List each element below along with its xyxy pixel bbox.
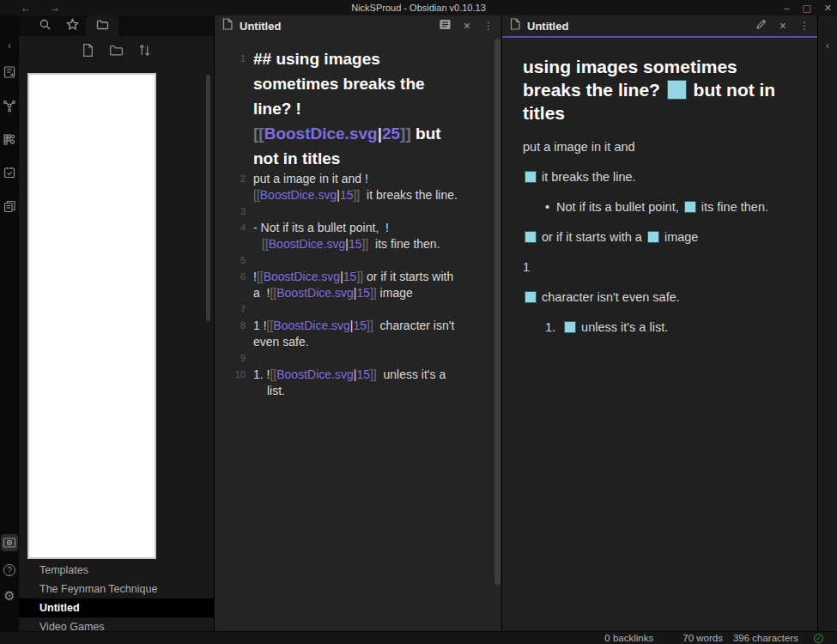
explorer-toolbar <box>19 36 214 67</box>
embedded-image <box>525 171 537 183</box>
preview-blocks[interactable]: using images sometimes breaks the line? … <box>502 38 817 349</box>
preview-block: 1 <box>523 258 800 276</box>
editor-pane: Untitled × ⋮ 1## using imagessometimes b… <box>215 15 502 631</box>
preview-block: character isn't even safe. <box>523 289 800 306</box>
close-button[interactable]: ✕ <box>824 0 832 15</box>
character-count: 396 characters <box>733 633 798 643</box>
editor-pane-title: Untitled <box>240 20 281 33</box>
editor-line[interactable]: even safe. <box>228 334 501 350</box>
right-sidebar-strip: ‹ <box>817 15 837 631</box>
more-options-icon[interactable]: ⋮ <box>799 20 810 32</box>
close-pane-icon[interactable]: × <box>464 19 470 33</box>
folder-icon <box>96 18 109 34</box>
embedded-image <box>564 321 576 333</box>
image-preview-blank <box>27 73 156 559</box>
file-item[interactable]: Video Games <box>19 617 214 631</box>
file-item[interactable]: Untitled <box>19 598 214 617</box>
new-folder-icon[interactable] <box>109 43 124 61</box>
window-titlebar: ← → NickSProud - Obsidian v0.10.13 – ▢ ✕ <box>0 0 837 15</box>
tab-search[interactable] <box>31 15 58 36</box>
preview-toggle-icon[interactable] <box>440 18 451 33</box>
embedded-image <box>525 231 537 243</box>
left-ribbon: ‹ ? ⚙ <box>0 15 19 631</box>
editor-line[interactable]: 9 <box>228 350 501 367</box>
list-marker: • <box>545 200 549 214</box>
preview-block: •Not if its a bullet point, its fine the… <box>545 198 800 216</box>
editor-line[interactable]: 4- Not if its a bullet point, ! <box>228 220 501 236</box>
document-icon <box>510 18 520 33</box>
editor-line[interactable]: a ![[BoostDice.svg|15]] image <box>228 285 501 301</box>
editor-line[interactable]: list. <box>228 383 501 399</box>
star-icon <box>66 18 79 34</box>
daily-note-calendar-icon[interactable] <box>3 166 16 183</box>
editor-line[interactable]: not in titles <box>228 146 501 171</box>
editor-line[interactable]: [[BoostDice.svg|25]] but <box>228 121 501 146</box>
nav-forward-icon[interactable]: → <box>50 0 60 15</box>
graph-view-icon[interactable] <box>3 99 16 116</box>
editor-line[interactable]: 2put a image in it and ! <box>228 171 501 187</box>
editor-line[interactable]: sometimes breaks the <box>228 71 501 96</box>
editor-pane-header: Untitled × ⋮ <box>215 15 501 36</box>
editor-line[interactable]: [[BoostDice.svg|15]] it breaks the line. <box>228 187 501 204</box>
document-icon <box>222 18 233 33</box>
maximize-button[interactable]: ▢ <box>802 0 810 15</box>
editor-line[interactable]: 6![[BoostDice.svg|15]] or if it starts w… <box>228 269 501 285</box>
new-note-icon[interactable] <box>81 43 95 61</box>
nav-back-icon[interactable]: ← <box>21 0 31 15</box>
file-list: TemplatesThe Feynman TechniqueUntitledVi… <box>19 561 214 631</box>
editor-scrollbar[interactable] <box>494 39 500 585</box>
minimize-button[interactable]: – <box>784 0 789 15</box>
explorer-scrollbar[interactable] <box>206 75 210 321</box>
vault-switcher-icon[interactable] <box>1 534 18 551</box>
sort-order-icon[interactable] <box>137 43 152 61</box>
tab-starred[interactable] <box>58 15 86 36</box>
list-marker: 1. <box>545 320 555 334</box>
editor-line[interactable]: [[BoostDice.svg|15]] its fine then. <box>228 236 501 252</box>
editor-lines[interactable]: 1## using imagessometimes breaks theline… <box>215 36 501 399</box>
file-item[interactable]: The Feynman Technique <box>19 580 214 598</box>
sidebar-tabstrip <box>19 15 214 36</box>
editor-line[interactable]: 81 ![[BoostDice.svg|15]] character isn't <box>228 318 501 334</box>
sync-ok-icon[interactable]: ✓ <box>814 634 823 643</box>
left-sidebar-collapse-icon[interactable]: ‹ <box>8 39 11 52</box>
more-options-icon[interactable]: ⋮ <box>483 20 494 32</box>
preview-pane: Untitled × ⋮ using images sometimes brea… <box>502 15 817 631</box>
close-pane-icon[interactable]: × <box>779 19 786 33</box>
help-icon[interactable]: ? <box>3 564 15 576</box>
search-icon <box>39 18 52 34</box>
backlinks-count[interactable]: 0 backlinks <box>604 633 653 643</box>
grid-gear-icon[interactable] <box>3 132 16 149</box>
embedded-image <box>647 231 659 243</box>
editor-line[interactable]: 5 <box>228 252 501 269</box>
editor-line[interactable]: line? ! <box>228 96 501 121</box>
edit-pencil-icon[interactable] <box>755 18 767 33</box>
left-sidebar: TemplatesThe Feynman TechniqueUntitledVi… <box>19 15 215 631</box>
tab-file-explorer[interactable] <box>86 15 118 36</box>
preview-pane-title: Untitled <box>527 20 568 33</box>
embedded-image <box>667 80 687 100</box>
statusbar: 0 backlinks 70 words 396 characters ✓ <box>0 631 837 644</box>
embedded-image <box>525 291 537 303</box>
embedded-image <box>684 201 696 213</box>
explorer-body: TemplatesThe Feynman TechniqueUntitledVi… <box>19 67 214 631</box>
editor-line[interactable]: 101. ![[BoostDice.svg|15]] unless it's a <box>228 367 501 383</box>
file-item[interactable]: Templates <box>19 561 214 580</box>
preview-pane-header: Untitled × ⋮ <box>502 15 817 36</box>
preview-block: it breaks the line. <box>523 168 800 185</box>
preview-block: 1. unless it's a list. <box>545 319 800 336</box>
quick-switcher-icon[interactable] <box>3 65 16 82</box>
settings-gear-icon[interactable]: ⚙ <box>3 589 15 602</box>
editor-line[interactable]: 1## using images <box>228 46 501 71</box>
word-count: 70 words <box>682 633 723 643</box>
preview-block: or if it starts with a image <box>523 228 800 246</box>
editor-line[interactable]: 3 <box>228 204 501 220</box>
editor-line[interactable]: 7 <box>228 301 501 318</box>
preview-heading: using images sometimes breaks the line? … <box>523 55 800 125</box>
window-title: NickSProud - Obsidian v0.10.13 <box>351 3 486 13</box>
right-sidebar-expand-icon[interactable]: ‹ <box>826 39 829 52</box>
preview-block: put a image in it and <box>523 138 800 155</box>
templates-icon[interactable] <box>3 199 16 216</box>
